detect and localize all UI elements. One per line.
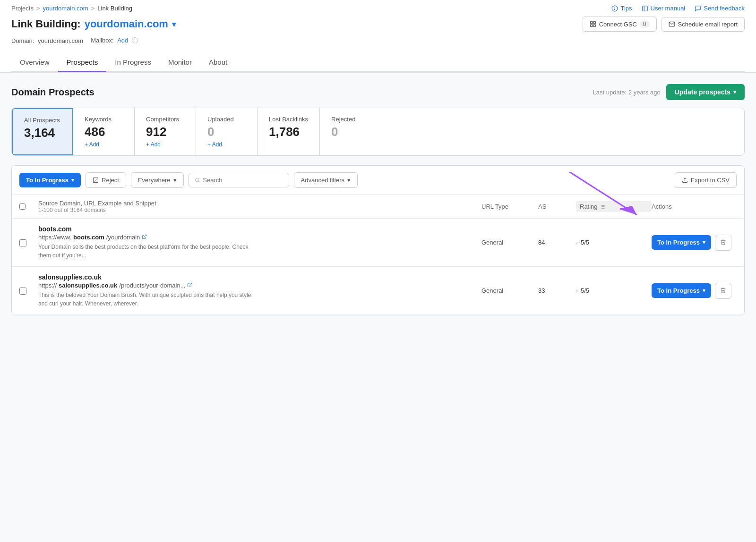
select-all-checkbox[interactable] — [19, 203, 26, 210]
row1-checkbox[interactable] — [19, 239, 26, 246]
stat-value-lost: 1,786 — [269, 125, 308, 139]
tab-about[interactable]: About — [200, 53, 236, 72]
row1-rating: › 5/5 — [576, 239, 652, 246]
stat-label-uploaded: Uploaded — [207, 116, 246, 123]
breadcrumb: Projects > yourdomain.com > Link Buildin… — [11, 5, 132, 12]
mailbox-add-link[interactable]: Add — [117, 37, 128, 44]
info-icon[interactable]: ⓘ — [132, 37, 138, 44]
tips-icon — [611, 5, 618, 12]
tabs-bar: Overview Prospects In Progress Monitor A… — [11, 51, 745, 72]
row2-snippet: This is the beloved Your Domain Brush. W… — [38, 291, 256, 308]
row1-delete-button[interactable] — [715, 235, 731, 251]
stat-value-rejected: 0 — [331, 125, 370, 139]
row1-url-path: /yourdomain — [106, 234, 140, 241]
row2-actions: To In Progress ▾ — [652, 283, 737, 299]
row2-progress-chevron-icon: ▾ — [703, 288, 705, 294]
row2-url-bold: salonsupplies.co.uk — [59, 282, 117, 289]
export-icon — [682, 177, 688, 183]
svg-line-13 — [198, 181, 199, 182]
reject-button[interactable]: Reject — [86, 172, 126, 188]
filters-chevron-icon: ▾ — [347, 177, 351, 184]
row1-domain-cell: boots.com https://www.boots.com/yourdoma… — [38, 225, 481, 260]
svg-rect-3 — [642, 6, 647, 11]
section-header: Domain Prospects Last update: 2 years ag… — [11, 84, 745, 100]
export-csv-button[interactable]: Export to CSV — [675, 172, 737, 188]
stat-value-all: 3,164 — [24, 126, 61, 140]
breadcrumb-current: Link Building — [97, 5, 132, 12]
main-content: Domain Prospects Last update: 2 years ag… — [0, 73, 756, 450]
row1-rating-chevron-icon[interactable]: › — [576, 239, 578, 246]
search-input[interactable] — [203, 177, 283, 184]
row2-url-type: General — [481, 287, 538, 294]
stat-all-prospects[interactable]: All Prospects 3,164 — [12, 108, 73, 155]
row1-ext-link-icon[interactable] — [142, 234, 147, 241]
table-row: salonsupplies.co.uk https://salonsupplie… — [12, 267, 744, 315]
stat-add-uploaded[interactable]: + Add — [207, 141, 246, 148]
section-meta: Last update: 2 years ago Update prospect… — [593, 84, 745, 100]
breadcrumb-projects[interactable]: Projects — [11, 5, 34, 12]
th-rating[interactable]: Rating — [576, 201, 652, 212]
user-manual-link[interactable]: User manual — [642, 5, 686, 12]
update-prospects-button[interactable]: Update prospects ▾ — [666, 84, 745, 100]
everywhere-chevron-icon: ▾ — [173, 177, 177, 184]
domain-link[interactable]: yourdomain.com — [85, 18, 168, 30]
row2-rating-chevron-icon[interactable]: › — [576, 288, 578, 294]
stat-competitors[interactable]: Competitors 912 + Add — [135, 108, 196, 155]
search-icon — [195, 177, 200, 183]
row2-ext-link-icon[interactable] — [187, 282, 192, 289]
stat-add-keywords[interactable]: + Add — [85, 141, 123, 148]
tab-prospects[interactable]: Prospects — [58, 53, 107, 72]
row2-delete-button[interactable] — [715, 283, 731, 299]
section-title: Domain Prospects — [11, 87, 94, 98]
tab-in-progress[interactable]: In Progress — [106, 53, 160, 72]
to-in-progress-button[interactable]: To In Progress ▾ — [19, 173, 81, 187]
send-feedback-link[interactable]: Send feedback — [695, 5, 745, 12]
everywhere-dropdown[interactable]: Everywhere ▾ — [131, 172, 184, 188]
gsc-icon — [590, 21, 596, 27]
svg-line-22 — [189, 283, 192, 285]
stat-label-keywords: Keywords — [85, 116, 123, 123]
search-box[interactable] — [189, 173, 289, 187]
stat-label-all: All Prospects — [24, 117, 61, 124]
stat-lost-backlinks[interactable]: Lost Backlinks 1,786 — [258, 108, 320, 155]
row1-to-in-progress-button[interactable]: To In Progress ▾ — [652, 235, 711, 250]
row2-delete-icon — [720, 287, 726, 293]
stat-uploaded[interactable]: Uploaded 0 + Add — [196, 108, 258, 155]
row1-domain-url: https://www.boots.com/yourdomain — [38, 234, 481, 241]
row1-delete-icon — [720, 239, 726, 245]
stat-keywords[interactable]: Keywords 486 + Add — [73, 108, 135, 155]
schedule-email-report-button[interactable]: Schedule email report — [662, 17, 745, 32]
row2-as: 33 — [538, 287, 576, 294]
row2-to-in-progress-button[interactable]: To In Progress ▾ — [652, 283, 711, 298]
gsc-badge: 0 — [640, 20, 650, 28]
stat-value-uploaded: 0 — [207, 125, 246, 139]
row2-checkbox[interactable] — [19, 288, 26, 295]
connect-gsc-button[interactable]: Connect GSC 0 — [583, 17, 657, 32]
title-chevron-icon[interactable]: ▾ — [172, 20, 176, 29]
tab-overview[interactable]: Overview — [11, 53, 58, 72]
in-progress-chevron-icon: ▾ — [71, 177, 74, 183]
row2-domain-cell: salonsupplies.co.uk https://salonsupplie… — [38, 273, 481, 308]
svg-rect-8 — [590, 25, 592, 26]
stat-rejected[interactable]: Rejected 0 — [320, 108, 381, 155]
tips-link[interactable]: Tips — [611, 5, 632, 12]
row2-domain-url: https://salonsupplies.co.uk/products/you… — [38, 282, 481, 289]
stat-value-keywords: 486 — [85, 125, 123, 139]
row2-url-prefix: https:// — [38, 282, 57, 289]
th-actions: Actions — [652, 203, 737, 210]
row1-url-bold: boots.com — [73, 234, 104, 241]
svg-point-12 — [195, 178, 199, 182]
last-update: Last update: 2 years ago — [593, 89, 661, 96]
svg-point-2 — [615, 9, 615, 9]
email-icon — [669, 21, 675, 27]
breadcrumb-domain[interactable]: yourdomain.com — [43, 5, 88, 12]
book-icon — [642, 5, 648, 12]
advanced-filters-button[interactable]: Advanced filters ▾ — [294, 172, 358, 188]
meta-row: Domain: yourdomain.com Mailbox: Add ⓘ — [11, 34, 745, 51]
feedback-icon — [695, 5, 701, 12]
stat-add-competitors[interactable]: + Add — [146, 141, 184, 148]
tab-monitor[interactable]: Monitor — [160, 53, 200, 72]
row2-check — [19, 287, 38, 295]
table-row: boots.com https://www.boots.com/yourdoma… — [12, 219, 744, 267]
th-source: Source Domain, URL Example and Snippet 1… — [38, 200, 481, 213]
